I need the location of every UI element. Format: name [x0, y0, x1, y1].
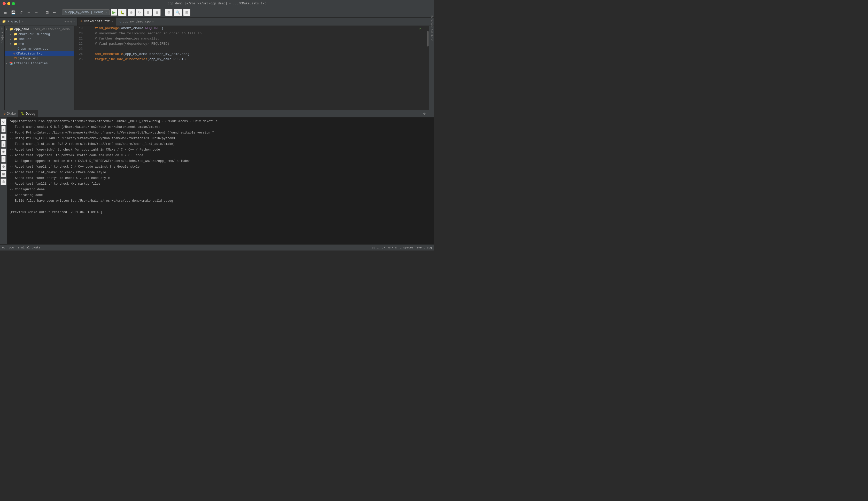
status-event-log[interactable]: Event Log: [417, 246, 432, 249]
cmake-settings-icon[interactable]: ⚙: [1, 163, 7, 170]
forward-button[interactable]: →: [33, 9, 40, 15]
panel-close-icon[interactable]: −: [428, 111, 433, 116]
window-title: cpp_demo [~/ros_ws/src/cpp_demo] - .../C…: [168, 2, 266, 6]
status-cmake[interactable]: CMake: [32, 246, 40, 249]
maximize-button[interactable]: [12, 2, 15, 5]
status-terminal[interactable]: Terminal: [16, 246, 30, 249]
line-content-20: # uncomment the following section in ord…: [85, 31, 202, 36]
project-gear-icon[interactable]: ⚙: [71, 20, 72, 23]
cmake-output-line-8: -- Added test 'cpplint' to check C / C++…: [9, 164, 432, 170]
cmake-reload-icon[interactable]: ↺: [1, 118, 6, 125]
project-collapse-icon[interactable]: ⊟: [67, 20, 69, 23]
tab-cpp[interactable]: C cpp_my_demo.cpp ✕: [116, 18, 157, 25]
tree-item-ext-libs[interactable]: ▶ 📚 External Libraries: [5, 61, 74, 66]
scrollbar-thumb[interactable]: [427, 31, 428, 46]
toolbar: ☰ 💾 ↺ ← → ⊡ ↩ ⊕ cpp_my_demo | Debug ▾ ▶ …: [0, 7, 434, 18]
status-left: 6: TODO Terminal CMake: [2, 246, 40, 249]
cmake-output: /Applications/Clion.app/Contents/bin/cma…: [7, 117, 434, 244]
save-button[interactable]: 💾: [10, 9, 17, 15]
stop-button[interactable]: ⏹: [153, 9, 161, 16]
tree-item-cmake-build[interactable]: ▶ 📁 cmake-build-debug: [5, 32, 74, 37]
run-configuration[interactable]: ⊕ cpp_my_demo | Debug ▾: [62, 9, 110, 15]
tree-item-cmakelist[interactable]: ⚙ CMakeLists.txt: [5, 51, 74, 56]
menu-button[interactable]: ☰: [2, 9, 9, 15]
code-editor[interactable]: ✓ 19 find_package(ament_cmake REQUIRED) …: [74, 26, 429, 110]
profile-button[interactable]: ⊕: [128, 9, 135, 16]
debug-bottom-label: Debug: [26, 112, 35, 116]
code-line-24: 24 add_executable(cpp_my_demo src/cpp_my…: [74, 52, 429, 57]
cmake-output-line-4: -- Found ament_lint_auto: 0.8.2 (/Users/…: [9, 141, 432, 147]
status-indent[interactable]: 2 spaces: [400, 246, 414, 249]
project-label[interactable]: Project: [8, 20, 20, 23]
debug-button[interactable]: 🐛: [118, 9, 127, 16]
panel-settings-icon[interactable]: ⚙: [422, 111, 427, 116]
cmake-output-line-12: -- Configuring done: [9, 187, 432, 192]
traffic-lights: [3, 2, 15, 5]
coverage-button[interactable]: ↻: [136, 9, 143, 16]
cmake-output-line-2: -- Found PythonInterp: /Library/Framewor…: [9, 130, 432, 136]
project-add-icon[interactable]: ⊕: [65, 20, 66, 23]
nav-button[interactable]: ↩: [51, 9, 57, 15]
copy-path-button[interactable]: ⊞: [183, 9, 190, 16]
settings-button[interactable]: ⚙: [165, 9, 172, 16]
pause-button[interactable]: ⏸: [144, 9, 152, 16]
tree-item-root[interactable]: ▼ 📁 cpp_demo ~/ros_ws/src/cpp_demo: [5, 27, 74, 32]
reload-button[interactable]: ↺: [18, 9, 24, 15]
cmake-stop-icon[interactable]: ⏹: [1, 134, 7, 140]
bottom-panel: ⚙ CMake 🐛 Debug ⚙ − ↺ ↑ ⏹ ↓ ⊕ ≡ ⚙ ⊞ 🗑 /A…: [0, 110, 434, 244]
tree-item-src[interactable]: ▼ 📁 src: [5, 42, 74, 46]
file-tree: ▼ 📁 cpp_demo ~/ros_ws/src/cpp_demo ▶ 📁 c…: [5, 26, 74, 110]
debug-tab-bottom[interactable]: 🐛 Debug: [18, 110, 38, 117]
tabbar-row: 📁 Project ▾ ⊕ ⊟ ⚙ − ⚙ CMakeLists.txt ✕ C…: [0, 18, 434, 26]
status-line-ending[interactable]: LF: [382, 246, 385, 249]
line-num-21: 21: [74, 36, 85, 41]
project-close-icon[interactable]: −: [73, 20, 75, 23]
status-encoding[interactable]: UTF-8: [388, 246, 397, 249]
back-button[interactable]: ←: [25, 9, 32, 15]
editor-scrollbar[interactable]: [427, 26, 429, 110]
line-num-20: 20: [74, 31, 85, 36]
code-line-23: 23: [74, 46, 429, 52]
close-button[interactable]: [3, 2, 6, 5]
status-todo[interactable]: 6: TODO: [2, 246, 14, 249]
cmake-wrap-icon[interactable]: ⊞: [1, 171, 6, 178]
status-right: 19:1 LF UTF-8 2 spaces Event Log: [372, 246, 432, 249]
tree-label-cmake: CMakeLists.txt: [16, 52, 42, 55]
ext-libs-icon: 📚: [9, 62, 13, 65]
project-dropdown[interactable]: ▾: [22, 20, 23, 23]
cmake-output-line-15: [9, 204, 432, 210]
view-button[interactable]: ⊡: [44, 9, 50, 15]
search-button[interactable]: 🔍: [173, 9, 182, 16]
arrow-icon-cmake-build: ▶: [10, 33, 13, 36]
minimize-button[interactable]: [7, 2, 10, 5]
line-num-25: 25: [74, 57, 85, 62]
project-strip-label[interactable]: 1: Project: [0, 26, 4, 44]
cmake-output-line-16: [Previous CMake output restored: 2021-04…: [9, 210, 432, 215]
tab-cmake[interactable]: ⚙ CMakeLists.txt ✕: [77, 18, 116, 25]
cmake-filter-icon[interactable]: ≡: [1, 156, 6, 162]
database-sidebar-tab[interactable]: Database: [429, 18, 434, 25]
tree-item-package-xml[interactable]: 🏷 package.xml: [5, 56, 74, 61]
run-button[interactable]: ▶: [111, 9, 117, 16]
folder-icon: 📁: [9, 28, 13, 31]
cpp-file-icon: C: [18, 47, 19, 51]
db-sidebar-label[interactable]: Database: [430, 27, 433, 43]
cmake-down-icon[interactable]: ↓: [1, 141, 6, 148]
tree-path-root: ~/ros_ws/src/cpp_demo: [31, 28, 70, 31]
cmake-nav-icon[interactable]: ⊕: [1, 149, 6, 155]
tree-item-cpp-file[interactable]: C cpp_my_demo.cpp: [5, 46, 74, 51]
cmake-up-icon[interactable]: ↑: [1, 126, 6, 132]
cmake-tab-bottom[interactable]: ⚙ CMake: [1, 110, 18, 117]
line-content-25: target_include_directories(cpp_my_demo P…: [85, 57, 186, 62]
line-content-19: find_package(ament_cmake REQUIRED): [85, 26, 163, 31]
cmake-output-line-7: -- Configured cppcheck include dirs: $<B…: [9, 158, 432, 164]
cmake-tab-close[interactable]: ✕: [112, 20, 113, 23]
status-position[interactable]: 19:1: [372, 246, 379, 249]
project-tree-icon: 📁: [2, 20, 6, 23]
cmake-output-line-6: -- Added test 'cppcheck' to perform stat…: [9, 153, 432, 158]
cmake-clear-icon[interactable]: 🗑: [1, 179, 7, 185]
tree-item-include[interactable]: ▶ 📁 include: [5, 37, 74, 42]
cmake-output-line-0: /Applications/Clion.app/Contents/bin/cma…: [9, 118, 432, 124]
cpp-tab-close[interactable]: ✕: [152, 20, 154, 23]
cmake-output-line-1: -- Found ament_cmake: 0.8.3 (/Users/baic…: [9, 124, 432, 130]
